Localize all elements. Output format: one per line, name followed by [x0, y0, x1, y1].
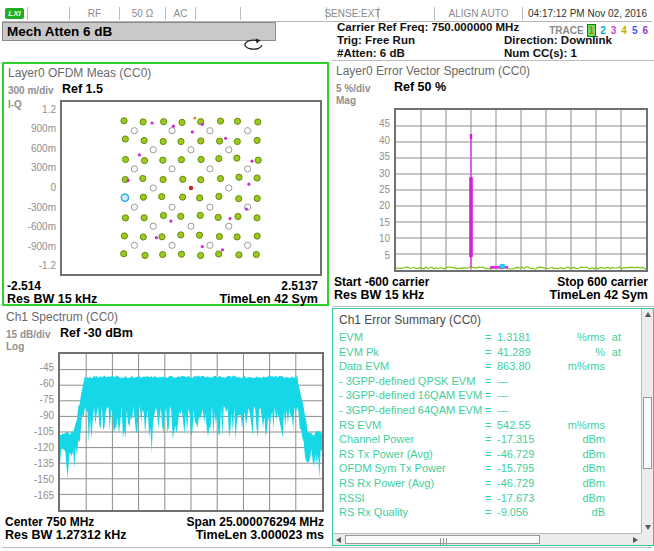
spacer-cell	[28, 7, 70, 20]
summary-equals: =	[485, 404, 497, 419]
summary-metric-extra	[605, 404, 621, 419]
trigger-status: Trig: Free Run	[337, 34, 415, 46]
res-bw-label: Res BW 1.27312 kHz	[5, 528, 127, 542]
summary-metric-value: 542.55	[497, 419, 555, 434]
constellation-plot[interactable]	[60, 100, 322, 276]
rf-indicator: RF	[70, 7, 120, 20]
panel-title: Ch1 Error Summary (CC0)	[339, 313, 481, 327]
sense-indicator: SENSE:EXT	[327, 7, 379, 20]
summary-metric-value: -15.795	[497, 462, 555, 477]
summary-equals: =	[485, 346, 497, 361]
scroll-left-icon[interactable]	[336, 537, 341, 543]
start-label: Start -600 carrier	[334, 275, 429, 289]
y-tick-label: 5	[332, 250, 390, 261]
vertical-scrollbar[interactable]	[641, 309, 653, 533]
scroll-down-icon[interactable]	[645, 525, 651, 530]
summary-row: - 3GPP-defined 16QAM EVM=---	[339, 389, 623, 404]
summary-equals: =	[485, 506, 497, 521]
panel-error-summary[interactable]: Ch1 Error Summary (CC0) EVM=1.3181%rmsat…	[332, 308, 654, 546]
summary-metric-extra	[605, 492, 621, 507]
summary-metric-unit: dBm	[555, 433, 605, 448]
datetime-display: 04:17:12 PM Nov 02, 2016	[523, 7, 652, 20]
summary-metric-name: - 3GPP-defined 64QAM EVM	[339, 404, 485, 419]
summary-metric-unit: dBm	[555, 477, 605, 492]
panel-error-vector-spectrum[interactable]: Layer0 Error Vector Spectrum (CC0) 5 %/d…	[332, 62, 654, 306]
direction-status: Direction: Downlink	[504, 34, 612, 46]
num-cc-status: Num CC(s): 1	[504, 47, 577, 59]
impedance-indicator: 50 Ω	[120, 7, 166, 20]
summary-metric-unit: %	[555, 346, 605, 361]
y-tick-label: -165	[2, 490, 54, 501]
span-label: Span 25.000076294 MHz	[187, 515, 324, 529]
trace-number-5[interactable]: 5	[631, 25, 639, 36]
continuous-sweep-icon	[243, 38, 265, 56]
summary-metric-extra: at	[605, 346, 621, 361]
horizontal-scrollbar[interactable]	[333, 533, 641, 545]
spacer-cell	[379, 7, 435, 20]
summary-metric-value: ---	[497, 389, 555, 404]
y-tick-label: 1.2	[4, 104, 56, 115]
summary-row: RS EVM=542.55m%rms	[339, 419, 623, 434]
hscroll-thumb[interactable]	[345, 535, 540, 544]
analyzer-screen: LXI RF 50 Ω AC SENSE:EXT ALIGN AUTO 04:1…	[0, 0, 654, 551]
y-tick-label: 300m	[4, 162, 56, 173]
y-tick-label: -150	[2, 474, 54, 485]
summary-row: RS Rx Power (Avg)=-46.729dBm	[339, 477, 623, 492]
summary-metric-unit: m%rms	[555, 360, 605, 375]
status-bar: LXI RF 50 Ω AC SENSE:EXT ALIGN AUTO 04:1…	[2, 7, 652, 22]
summary-metric-extra	[605, 477, 621, 492]
summary-metric-value: -46.729	[497, 448, 555, 463]
y-tick-label: 30	[332, 168, 390, 179]
panel-title: Layer0 OFDM Meas (CC0)	[8, 66, 151, 80]
summary-metric-unit: %rms	[555, 331, 605, 346]
trace-number-4[interactable]: 4	[620, 25, 628, 36]
summary-equals: =	[485, 360, 497, 375]
vscroll-thumb[interactable]	[643, 397, 652, 469]
y-tick-label: -600m	[4, 221, 56, 232]
summary-metric-name: RS Rx Power (Avg)	[339, 477, 485, 492]
y-axis-ticks: 45403530252015105	[332, 108, 390, 272]
summary-metric-value: ---	[497, 404, 555, 419]
y-tick-label: 10	[332, 233, 390, 244]
y-tick-label: 40	[332, 135, 390, 146]
center-freq-label: Center 750 MHz	[5, 515, 94, 529]
summary-metric-unit	[555, 375, 605, 390]
summary-metric-extra	[605, 462, 621, 477]
summary-metric-name: RSSI	[339, 492, 485, 507]
y-axis-ticks: 1.2900m600m300m0-300m-600m-900m-1.2	[4, 100, 56, 276]
panel-spectrum[interactable]: Ch1 Spectrum (CC0) 15 dB/div Ref -30 dBm…	[2, 308, 329, 546]
trace-number-6[interactable]: 6	[641, 25, 649, 36]
axis-format-label: Log	[6, 341, 24, 352]
summary-row: EVM Pk=41.289%at	[339, 346, 623, 361]
scroll-up-icon[interactable]	[645, 312, 651, 317]
scrollbar-corner	[641, 533, 653, 545]
align-indicator: ALIGN AUTO	[435, 7, 523, 20]
y-tick-label: -135	[2, 458, 54, 469]
summary-metric-value: ---	[497, 375, 555, 390]
divider	[2, 547, 652, 548]
summary-row: Channel Power=-17.315dBm	[339, 433, 623, 448]
summary-equals: =	[485, 419, 497, 434]
y-tick-label: -45	[2, 362, 54, 373]
summary-equals: =	[485, 492, 497, 507]
scroll-right-icon[interactable]	[633, 537, 638, 543]
panel-ofdm-meas[interactable]: Layer0 OFDM Meas (CC0) 300 m/div Ref 1.5…	[2, 62, 329, 306]
summary-metric-name: EVM Pk	[339, 346, 485, 361]
spacer-cell	[241, 7, 327, 20]
summary-metric-value: -17.673	[497, 492, 555, 507]
summary-row: RS Rx Quality=-9.056dB	[339, 506, 623, 521]
y-tick-label: 45	[332, 118, 390, 129]
y-tick-label: 20	[332, 200, 390, 211]
time-len-label: TimeLen 42 Sym	[550, 288, 648, 302]
y-tick-label: -90	[2, 410, 54, 421]
divider	[332, 306, 654, 307]
summary-metric-extra	[605, 375, 621, 390]
summary-metric-extra	[605, 360, 621, 375]
atten-status: #Atten: 6 dB	[337, 47, 405, 59]
spectrum-plot[interactable]	[58, 352, 324, 512]
summary-metric-name: OFDM Sym Tx Power	[339, 462, 485, 477]
evs-plot[interactable]	[394, 108, 648, 272]
summary-row: - 3GPP-defined QPSK EVM=---	[339, 375, 623, 390]
y-tick-label: -300m	[4, 202, 56, 213]
scale-per-div-label: 5 %/div	[336, 83, 370, 94]
